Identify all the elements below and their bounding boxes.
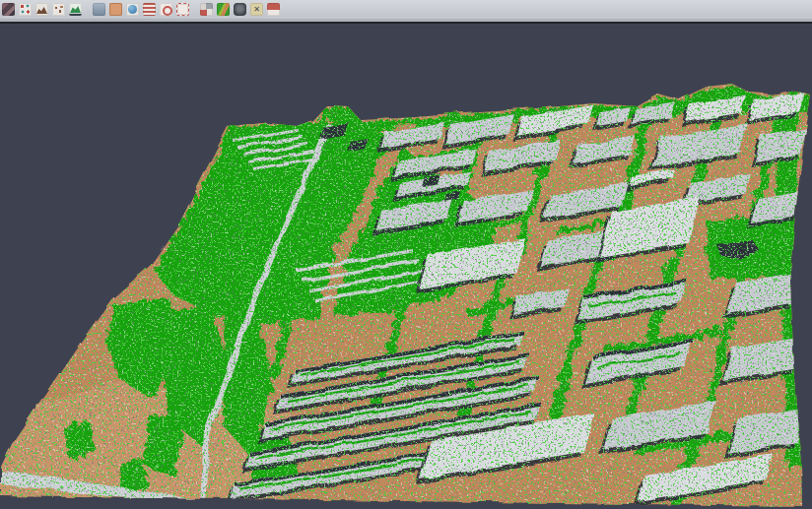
dark-blob-tool-icon[interactable] <box>234 3 246 16</box>
classification-map-icon[interactable] <box>217 3 230 16</box>
rectangle-selection-icon[interactable] <box>176 3 189 16</box>
toolbar: ✕ <box>0 0 812 19</box>
sparse-points-icon[interactable] <box>52 3 65 16</box>
terrain-brown-icon[interactable] <box>35 3 48 16</box>
red-flag-icon[interactable] <box>267 3 280 16</box>
grid-checker-icon[interactable] <box>200 3 213 16</box>
profile-lines-icon[interactable] <box>143 3 156 16</box>
cross-marks-icon[interactable]: ✕ <box>250 3 263 16</box>
viewport-3d[interactable] <box>0 24 812 509</box>
circle-selection-icon[interactable] <box>160 3 172 16</box>
blue-panel-icon[interactable] <box>93 3 105 16</box>
dark-texture-tool-icon[interactable] <box>2 3 15 16</box>
orthophoto-icon[interactable] <box>109 3 122 16</box>
globe-icon[interactable] <box>126 3 139 16</box>
terrain-green-icon[interactable] <box>69 3 82 16</box>
scatter-points-icon[interactable] <box>19 3 32 16</box>
